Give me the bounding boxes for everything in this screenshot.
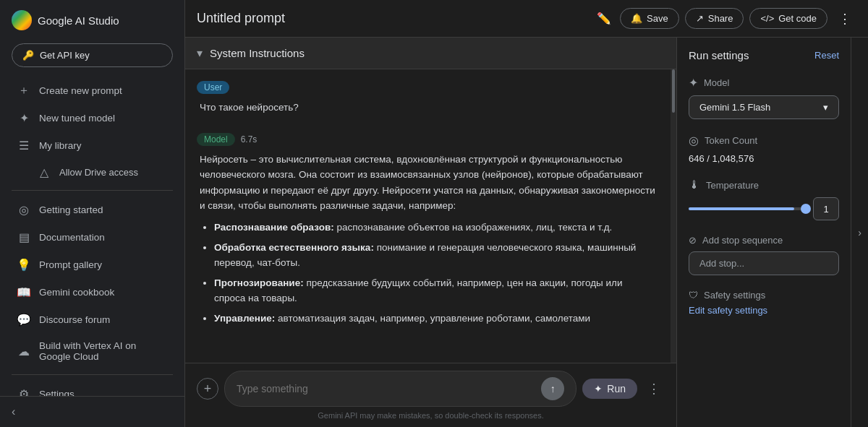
message-block-model: Model 6.7s Нейросеть – это вычислительна… — [197, 133, 659, 331]
slider-fill — [689, 207, 794, 210]
model-select-dropdown[interactable]: Gemini 1.5 Flash ▾ — [689, 95, 839, 119]
temperature-slider: 1 — [689, 197, 839, 220]
edit-safety-link[interactable]: Edit safety settings — [689, 305, 839, 316]
chat-scrollbar[interactable] — [671, 69, 676, 363]
list-item: Прогнозирование: предсказание будущих со… — [214, 275, 656, 306]
chat-area: ▾ System Instructions User Что такое ней… — [185, 38, 677, 427]
model-section: ✦ Model Gemini 1.5 Flash ▾ — [689, 76, 839, 119]
get-api-key-button[interactable]: 🔑 Get API key — [12, 43, 173, 67]
send-button[interactable]: ↑ — [541, 377, 564, 400]
app-title: Google AI Studio — [38, 14, 119, 27]
model-message-text: Нейросеть – это вычислительная система, … — [197, 152, 659, 331]
chat-messages: User Что такое нейросеть? Model 6.7s — [185, 69, 671, 363]
edit-title-button[interactable]: ✏️ — [594, 9, 614, 28]
stop-sequence-input[interactable]: Add stop... — [689, 251, 839, 275]
token-count-label: ◎ Token Count — [689, 134, 839, 147]
sidebar-item-gemini-cookbook[interactable]: 📖 Gemini cookbook — [6, 279, 179, 305]
sidebar-item-settings[interactable]: ⚙ Settings — [6, 381, 179, 396]
tune-icon: ✦ — [17, 111, 30, 124]
safety-settings-section: 🛡 Safety settings Edit safety settings — [689, 290, 839, 316]
disclaimer-text: Gemini API may make mistakes, so double-… — [197, 411, 665, 420]
sidebar-item-allow-drive[interactable]: △ Allow Drive access — [6, 160, 179, 184]
input-area: + ↑ ✦ Run ⋮ Gemini API may make mistakes… — [185, 363, 676, 427]
stop-icon: ⊘ — [689, 235, 697, 246]
library-icon: ☰ — [17, 139, 30, 152]
share-button[interactable]: ↗ Share — [685, 8, 744, 29]
stop-sequence-placeholder: Add stop... — [699, 258, 744, 269]
sidebar-item-label: Prompt gallery — [39, 259, 102, 270]
get-code-button[interactable]: </> Get code — [749, 8, 827, 29]
more-input-options-button[interactable]: ⋮ — [643, 378, 665, 400]
sidebar-item-label: Allow Drive access — [59, 167, 138, 178]
sidebar-item-label: Documentation — [39, 232, 105, 243]
cloud-icon: ☁ — [17, 345, 30, 358]
token-count-value: 646 / 1,048,576 — [689, 153, 839, 164]
chevron-down-icon: ▾ — [197, 46, 203, 60]
book-icon: 📖 — [17, 285, 30, 298]
drive-icon: △ — [38, 165, 51, 178]
workspace: ▾ System Instructions User Что такое ней… — [185, 38, 868, 427]
sidebar-item-label: Settings — [39, 389, 75, 397]
scrollbar-thumb — [672, 69, 675, 113]
slider-row: 1 — [689, 197, 839, 220]
sidebar-item-label: Discourse forum — [39, 314, 110, 325]
collapse-sidebar-button[interactable]: ‹ — [6, 402, 21, 421]
list-item: Распознавание образов: распознавание объ… — [214, 220, 656, 236]
add-input-button[interactable]: + — [197, 378, 218, 400]
temperature-label-text: Temperature — [706, 180, 759, 191]
sidebar-item-create-prompt[interactable]: ＋ Create new prompt — [6, 77, 179, 103]
sidebar-item-my-library[interactable]: ☰ My library — [6, 132, 179, 158]
api-key-label: Get API key — [40, 50, 90, 61]
sidebar-item-label: Getting started — [39, 204, 103, 215]
plus-icon: ＋ — [17, 84, 30, 97]
message-input[interactable] — [237, 383, 535, 394]
code-icon: </> — [760, 13, 774, 24]
sidebar-item-getting-started[interactable]: ◎ Getting started — [6, 197, 179, 223]
reset-button[interactable]: Reset — [814, 50, 839, 61]
share-label: Share — [708, 13, 733, 24]
stop-sequence-label-text: Add stop sequence — [702, 235, 783, 246]
sidebar-item-discourse-forum[interactable]: 💬 Discourse forum — [6, 306, 179, 332]
model-role-badge: Model — [197, 133, 235, 146]
temperature-value: 1 — [813, 197, 839, 220]
sidebar-nav: ＋ Create new prompt ✦ New tuned model ☰ … — [0, 76, 184, 396]
run-settings-panel: Run settings Reset ✦ Model Gemini 1.5 Fl… — [677, 38, 851, 427]
run-settings-title: Run settings — [689, 49, 749, 61]
gallery-icon: 💡 — [17, 258, 30, 271]
safety-label-text: Safety settings — [704, 290, 765, 301]
thermometer-icon: 🌡 — [689, 178, 700, 191]
sidebar-item-new-tuned-model[interactable]: ✦ New tuned model — [6, 105, 179, 131]
sidebar-item-label: Build with Vertex AI on Google Cloud — [39, 340, 167, 362]
run-button[interactable]: ✦ Run — [582, 379, 637, 399]
list-item: Обработка естественного языка: понимание… — [214, 240, 656, 271]
expand-right-button[interactable]: › — [851, 38, 868, 427]
doc-icon: ▤ — [17, 230, 30, 243]
save-button[interactable]: 🔔 Save — [620, 8, 679, 29]
safety-settings-label: 🛡 Safety settings — [689, 290, 839, 301]
sidebar-item-documentation[interactable]: ▤ Documentation — [6, 224, 179, 250]
model-label: ✦ Model — [689, 76, 839, 90]
input-box[interactable]: ↑ — [224, 371, 576, 407]
user-role-badge: User — [197, 81, 229, 94]
sidebar-item-label: Gemini cookbook — [39, 287, 114, 298]
sidebar-item-label: Create new prompt — [39, 85, 122, 96]
prompt-title: Untitled prompt — [197, 11, 588, 26]
sidebar-item-label: New tuned model — [39, 113, 115, 124]
system-instructions-bar[interactable]: ▾ System Instructions — [185, 38, 676, 69]
dropdown-chevron-icon: ▾ — [823, 102, 828, 113]
sidebar-item-prompt-gallery[interactable]: 💡 Prompt gallery — [6, 251, 179, 277]
more-options-button[interactable]: ⋮ — [833, 7, 856, 30]
topbar-actions: 🔔 Save ↗ Share </> Get code ⋮ — [620, 7, 856, 30]
slider-track[interactable] — [689, 207, 806, 210]
topbar: Untitled prompt ✏️ 🔔 Save ↗ Share </> Ge… — [185, 0, 868, 38]
slider-thumb[interactable] — [801, 204, 811, 214]
sidebar-divider — [12, 190, 173, 191]
model-time-label: 6.7s — [241, 134, 258, 145]
system-instructions-label: System Instructions — [210, 47, 305, 59]
sidebar-item-vertex-ai[interactable]: ☁ Build with Vertex AI on Google Cloud — [6, 334, 179, 368]
temperature-section: 🌡 Temperature 1 — [689, 178, 839, 220]
model-message-list: Распознавание образов: распознавание объ… — [200, 220, 656, 327]
model-label-text: Model — [704, 77, 729, 88]
logo-icon — [12, 10, 32, 30]
stop-sequence-label: ⊘ Add stop sequence — [689, 235, 839, 246]
